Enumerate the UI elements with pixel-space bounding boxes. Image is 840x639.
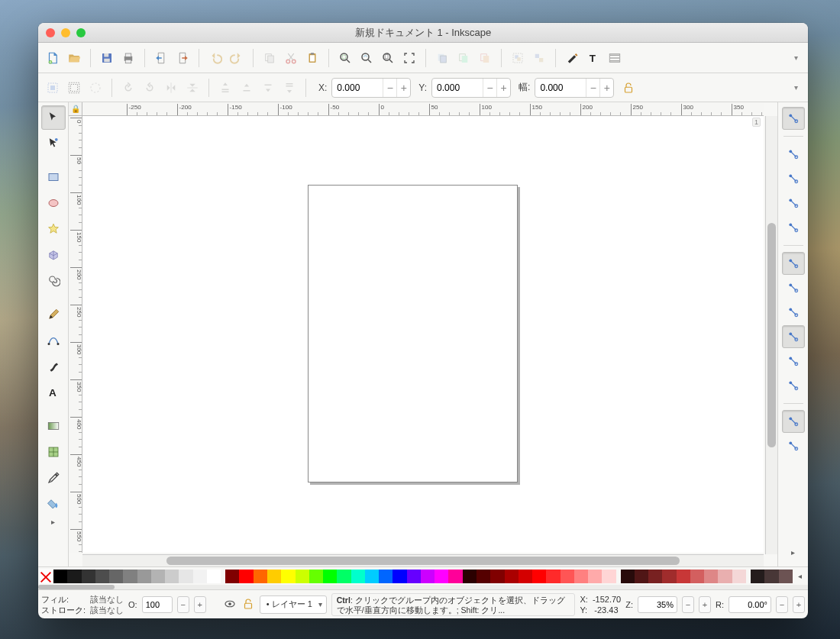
swatch[interactable] bbox=[151, 570, 165, 583]
redo-button[interactable] bbox=[227, 48, 247, 68]
pencil-tool[interactable] bbox=[41, 302, 66, 327]
rotation-inc-button[interactable]: + bbox=[793, 596, 805, 613]
y-inc-button[interactable]: + bbox=[496, 79, 510, 97]
swatch[interactable] bbox=[677, 570, 690, 583]
paintbucket-tool[interactable] bbox=[41, 492, 66, 516]
copy-button[interactable] bbox=[260, 48, 279, 68]
layer-lock-button[interactable] bbox=[241, 597, 255, 612]
lower-bottom-button[interactable] bbox=[279, 78, 299, 98]
swatch[interactable] bbox=[67, 570, 81, 583]
swatch[interactable] bbox=[588, 570, 602, 583]
swatch[interactable] bbox=[109, 570, 123, 583]
x-dec-button[interactable]: − bbox=[383, 79, 396, 97]
swatch[interactable] bbox=[225, 570, 239, 583]
star-tool[interactable] bbox=[41, 217, 66, 241]
swatch[interactable] bbox=[239, 570, 253, 583]
swatch[interactable] bbox=[393, 570, 406, 583]
swatch[interactable] bbox=[165, 570, 179, 583]
cut-button[interactable] bbox=[281, 48, 301, 68]
open-file-button[interactable] bbox=[64, 48, 84, 68]
swatch[interactable] bbox=[751, 570, 764, 583]
x-input[interactable]: −+ bbox=[331, 78, 411, 98]
swatch[interactable] bbox=[365, 570, 379, 583]
rotation-input[interactable] bbox=[729, 596, 771, 613]
opacity-dec-button[interactable]: − bbox=[177, 596, 189, 613]
save-button[interactable] bbox=[97, 48, 117, 68]
swatch[interactable] bbox=[351, 570, 365, 583]
swatch[interactable] bbox=[574, 570, 588, 583]
snap-smooth-button[interactable] bbox=[782, 350, 805, 373]
layer-selector[interactable]: • レイヤー 1 bbox=[260, 595, 327, 614]
export-button[interactable] bbox=[173, 48, 192, 68]
v-scrollbar[interactable] bbox=[765, 116, 777, 554]
bezier-tool[interactable] bbox=[41, 328, 66, 353]
print-button[interactable] bbox=[118, 48, 138, 68]
snap-midpoint-button[interactable] bbox=[782, 374, 805, 397]
flip-v-button[interactable] bbox=[183, 78, 202, 98]
swatch[interactable] bbox=[421, 570, 435, 583]
zoom-selection-button[interactable] bbox=[335, 48, 355, 68]
rotate-cw-button[interactable] bbox=[140, 78, 160, 98]
toolbar2-overflow-button[interactable]: ▾ bbox=[788, 78, 803, 98]
duplicate-button[interactable] bbox=[432, 48, 452, 68]
swatch[interactable] bbox=[123, 570, 137, 583]
dropper-tool[interactable] bbox=[41, 466, 66, 490]
deselect-button[interactable] bbox=[86, 78, 105, 98]
clone-button[interactable] bbox=[454, 48, 473, 68]
lock-aspect-button[interactable] bbox=[620, 79, 637, 96]
swatch[interactable] bbox=[407, 570, 421, 583]
swatch[interactable] bbox=[337, 570, 351, 583]
swatch[interactable] bbox=[82, 570, 95, 583]
import-button[interactable] bbox=[151, 48, 171, 68]
no-fill-swatch[interactable] bbox=[39, 570, 53, 583]
rotate-ccw-button[interactable] bbox=[118, 78, 138, 98]
y-dec-button[interactable]: − bbox=[483, 79, 496, 97]
selector-tool[interactable] bbox=[41, 105, 66, 130]
swatch[interactable] bbox=[137, 570, 151, 583]
close-button[interactable] bbox=[46, 28, 55, 37]
swatch[interactable] bbox=[779, 570, 793, 583]
minimize-button[interactable] bbox=[61, 28, 70, 37]
snap-bbox-corner-button[interactable] bbox=[782, 192, 805, 215]
palette-more-button[interactable]: ◂ bbox=[793, 572, 808, 580]
w-inc-button[interactable]: + bbox=[599, 79, 613, 97]
maximize-button[interactable] bbox=[76, 28, 86, 37]
swatch[interactable] bbox=[621, 570, 635, 583]
swatch[interactable] bbox=[546, 570, 560, 583]
swatch[interactable] bbox=[519, 570, 532, 583]
rectangle-tool[interactable] bbox=[41, 165, 66, 189]
swatch[interactable] bbox=[309, 570, 323, 583]
swatch[interactable] bbox=[379, 570, 393, 583]
snap-enable-button[interactable] bbox=[782, 107, 805, 130]
swatch[interactable] bbox=[764, 570, 778, 583]
swatch[interactable] bbox=[490, 570, 504, 583]
swatch[interactable] bbox=[718, 570, 732, 583]
mesh-tool[interactable] bbox=[41, 440, 66, 464]
select-all-layers-button[interactable] bbox=[64, 78, 84, 98]
swatch[interactable] bbox=[648, 570, 662, 583]
unlink-clone-button[interactable] bbox=[475, 48, 495, 68]
swatch[interactable] bbox=[561, 570, 574, 583]
3dbox-tool[interactable] bbox=[41, 243, 66, 267]
swatch[interactable] bbox=[267, 570, 281, 583]
zoom-in-button[interactable]: + bbox=[699, 596, 711, 613]
swatch[interactable] bbox=[532, 570, 546, 583]
snap-center-button[interactable] bbox=[782, 410, 805, 433]
select-all-button[interactable] bbox=[43, 78, 63, 98]
y-input[interactable]: −+ bbox=[431, 78, 511, 98]
swatch[interactable] bbox=[662, 570, 676, 583]
swatch[interactable] bbox=[463, 570, 477, 583]
opacity-input[interactable] bbox=[142, 596, 173, 613]
new-file-button[interactable] bbox=[43, 48, 63, 68]
swatch[interactable] bbox=[296, 570, 309, 583]
x-inc-button[interactable]: + bbox=[396, 79, 410, 97]
snap-node-button[interactable] bbox=[782, 252, 805, 275]
toolbar-overflow-button[interactable]: ▾ bbox=[788, 48, 803, 68]
snap-path-button[interactable] bbox=[782, 276, 805, 299]
w-input[interactable]: −+ bbox=[535, 78, 614, 98]
ruler-lock-icon[interactable] bbox=[69, 102, 82, 116]
fill-stroke-indicator[interactable]: フィル: ストローク: bbox=[41, 594, 86, 615]
swatch[interactable] bbox=[690, 570, 704, 583]
snap-rotation-button[interactable] bbox=[782, 434, 805, 457]
swatch[interactable] bbox=[435, 570, 448, 583]
